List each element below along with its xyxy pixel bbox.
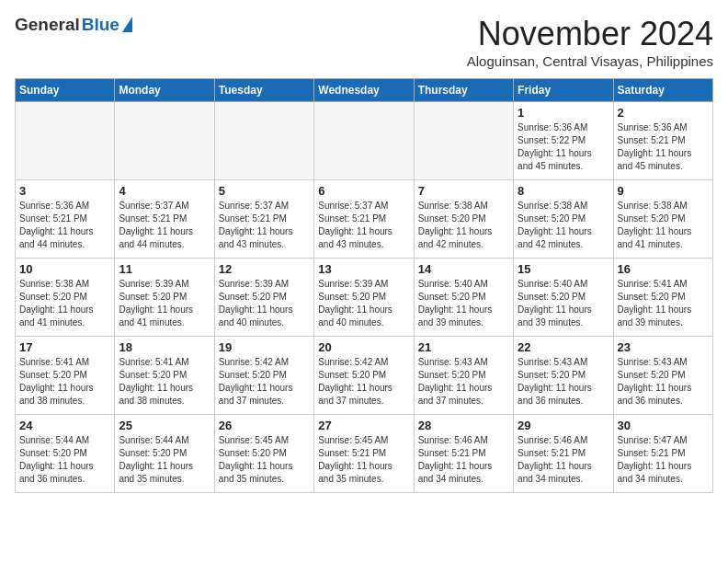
calendar-cell: [414, 102, 513, 180]
weekday-header: Monday: [115, 79, 214, 102]
day-info: Sunrise: 5:42 AM Sunset: 5:20 PM Dayligh…: [318, 356, 409, 408]
calendar-cell: 27Sunrise: 5:45 AM Sunset: 5:21 PM Dayli…: [314, 415, 414, 493]
day-number: 23: [618, 340, 709, 354]
day-number: 29: [518, 419, 609, 432]
calendar-cell: 3Sunrise: 5:36 AM Sunset: 5:21 PM Daylig…: [16, 180, 115, 259]
calendar-cell: 18Sunrise: 5:41 AM Sunset: 5:20 PM Dayli…: [115, 337, 214, 415]
day-info: Sunrise: 5:41 AM Sunset: 5:20 PM Dayligh…: [19, 356, 110, 408]
day-number: 13: [318, 262, 409, 276]
weekday-header: Wednesday: [314, 79, 414, 102]
day-number: 20: [318, 340, 409, 354]
calendar-cell: 14Sunrise: 5:40 AM Sunset: 5:20 PM Dayli…: [414, 259, 513, 337]
calendar-cell: 7Sunrise: 5:38 AM Sunset: 5:20 PM Daylig…: [414, 180, 513, 259]
calendar-cell: 2Sunrise: 5:36 AM Sunset: 5:21 PM Daylig…: [613, 102, 712, 180]
day-info: Sunrise: 5:45 AM Sunset: 5:20 PM Dayligh…: [219, 434, 310, 486]
day-info: Sunrise: 5:43 AM Sunset: 5:20 PM Dayligh…: [518, 356, 609, 408]
day-info: Sunrise: 5:47 AM Sunset: 5:21 PM Dayligh…: [618, 434, 709, 486]
day-info: Sunrise: 5:37 AM Sunset: 5:21 PM Dayligh…: [219, 200, 310, 251]
day-info: Sunrise: 5:42 AM Sunset: 5:20 PM Dayligh…: [219, 356, 310, 408]
calendar-cell: 24Sunrise: 5:44 AM Sunset: 5:20 PM Dayli…: [16, 415, 115, 493]
day-info: Sunrise: 5:39 AM Sunset: 5:20 PM Dayligh…: [219, 278, 310, 329]
month-title: November 2024: [467, 15, 713, 53]
calendar-cell: [314, 102, 414, 180]
calendar-cell: 8Sunrise: 5:38 AM Sunset: 5:20 PM Daylig…: [514, 180, 613, 259]
day-number: 11: [119, 262, 210, 276]
calendar-cell: 29Sunrise: 5:46 AM Sunset: 5:21 PM Dayli…: [514, 415, 613, 493]
day-number: 21: [418, 340, 509, 354]
day-info: Sunrise: 5:43 AM Sunset: 5:20 PM Dayligh…: [418, 356, 509, 408]
calendar-week-row: 10Sunrise: 5:38 AM Sunset: 5:20 PM Dayli…: [16, 259, 713, 337]
day-number: 3: [19, 184, 110, 198]
calendar-cell: 4Sunrise: 5:37 AM Sunset: 5:21 PM Daylig…: [115, 180, 214, 259]
day-number: 26: [219, 419, 310, 432]
calendar-week-row: 1Sunrise: 5:36 AM Sunset: 5:22 PM Daylig…: [16, 102, 713, 180]
day-info: Sunrise: 5:46 AM Sunset: 5:21 PM Dayligh…: [418, 434, 509, 486]
weekday-header: Sunday: [16, 79, 115, 102]
day-number: 28: [418, 419, 509, 432]
calendar-cell: 10Sunrise: 5:38 AM Sunset: 5:20 PM Dayli…: [16, 259, 115, 337]
calendar-cell: 16Sunrise: 5:41 AM Sunset: 5:20 PM Dayli…: [613, 259, 712, 337]
day-info: Sunrise: 5:36 AM Sunset: 5:21 PM Dayligh…: [618, 121, 709, 173]
day-number: 27: [318, 419, 409, 432]
day-info: Sunrise: 5:38 AM Sunset: 5:20 PM Dayligh…: [418, 200, 509, 251]
day-number: 24: [19, 419, 110, 432]
calendar-cell: 22Sunrise: 5:43 AM Sunset: 5:20 PM Dayli…: [514, 337, 613, 415]
day-number: 5: [219, 184, 310, 198]
calendar-table: SundayMondayTuesdayWednesdayThursdayFrid…: [15, 78, 713, 493]
calendar-cell: [16, 102, 115, 180]
calendar-header-row: SundayMondayTuesdayWednesdayThursdayFrid…: [16, 79, 713, 102]
weekday-header: Thursday: [414, 79, 513, 102]
weekday-header: Saturday: [613, 79, 712, 102]
day-info: Sunrise: 5:36 AM Sunset: 5:21 PM Dayligh…: [19, 200, 110, 251]
day-info: Sunrise: 5:41 AM Sunset: 5:20 PM Dayligh…: [119, 356, 210, 408]
day-info: Sunrise: 5:37 AM Sunset: 5:21 PM Dayligh…: [318, 200, 409, 251]
day-number: 8: [518, 184, 609, 198]
calendar-cell: 21Sunrise: 5:43 AM Sunset: 5:20 PM Dayli…: [414, 337, 513, 415]
day-number: 12: [219, 262, 310, 276]
calendar-cell: 30Sunrise: 5:47 AM Sunset: 5:21 PM Dayli…: [613, 415, 712, 493]
calendar-cell: 6Sunrise: 5:37 AM Sunset: 5:21 PM Daylig…: [314, 180, 414, 259]
logo-blue: Blue: [82, 15, 119, 35]
calendar-cell: 17Sunrise: 5:41 AM Sunset: 5:20 PM Dayli…: [16, 337, 115, 415]
location-title: Aloguinsan, Central Visayas, Philippines: [467, 53, 713, 69]
calendar-cell: [115, 102, 214, 180]
day-number: 30: [618, 419, 709, 432]
day-info: Sunrise: 5:39 AM Sunset: 5:20 PM Dayligh…: [119, 278, 210, 329]
calendar-cell: 26Sunrise: 5:45 AM Sunset: 5:20 PM Dayli…: [214, 415, 313, 493]
logo: General Blue: [15, 15, 132, 35]
day-number: 2: [618, 106, 709, 120]
calendar-cell: 20Sunrise: 5:42 AM Sunset: 5:20 PM Dayli…: [314, 337, 414, 415]
day-number: 6: [318, 184, 409, 198]
day-number: 1: [518, 106, 609, 120]
calendar-week-row: 17Sunrise: 5:41 AM Sunset: 5:20 PM Dayli…: [16, 337, 713, 415]
day-info: Sunrise: 5:36 AM Sunset: 5:22 PM Dayligh…: [518, 121, 609, 173]
day-info: Sunrise: 5:43 AM Sunset: 5:20 PM Dayligh…: [618, 356, 709, 408]
calendar-cell: 13Sunrise: 5:39 AM Sunset: 5:20 PM Dayli…: [314, 259, 414, 337]
day-info: Sunrise: 5:38 AM Sunset: 5:20 PM Dayligh…: [19, 278, 110, 329]
calendar-week-row: 3Sunrise: 5:36 AM Sunset: 5:21 PM Daylig…: [16, 180, 713, 259]
day-info: Sunrise: 5:41 AM Sunset: 5:20 PM Dayligh…: [618, 278, 709, 329]
day-info: Sunrise: 5:44 AM Sunset: 5:20 PM Dayligh…: [119, 434, 210, 486]
day-info: Sunrise: 5:40 AM Sunset: 5:20 PM Dayligh…: [518, 278, 609, 329]
calendar-cell: 12Sunrise: 5:39 AM Sunset: 5:20 PM Dayli…: [214, 259, 313, 337]
calendar-cell: 1Sunrise: 5:36 AM Sunset: 5:22 PM Daylig…: [514, 102, 613, 180]
calendar-cell: 5Sunrise: 5:37 AM Sunset: 5:21 PM Daylig…: [214, 180, 313, 259]
calendar-cell: 28Sunrise: 5:46 AM Sunset: 5:21 PM Dayli…: [414, 415, 513, 493]
day-number: 22: [518, 340, 609, 354]
day-number: 9: [618, 184, 709, 198]
logo-triangle-icon: [122, 17, 132, 32]
day-info: Sunrise: 5:40 AM Sunset: 5:20 PM Dayligh…: [418, 278, 509, 329]
day-number: 17: [19, 340, 110, 354]
calendar-week-row: 24Sunrise: 5:44 AM Sunset: 5:20 PM Dayli…: [16, 415, 713, 493]
day-info: Sunrise: 5:45 AM Sunset: 5:21 PM Dayligh…: [318, 434, 409, 486]
weekday-header: Tuesday: [214, 79, 313, 102]
day-number: 19: [219, 340, 310, 354]
calendar-cell: 11Sunrise: 5:39 AM Sunset: 5:20 PM Dayli…: [115, 259, 214, 337]
day-number: 18: [119, 340, 210, 354]
calendar-cell: [214, 102, 313, 180]
day-number: 16: [618, 262, 709, 276]
logo-general: General: [15, 15, 80, 35]
day-number: 14: [418, 262, 509, 276]
title-section: November 2024 Aloguinsan, Central Visaya…: [467, 15, 713, 69]
calendar-cell: 19Sunrise: 5:42 AM Sunset: 5:20 PM Dayli…: [214, 337, 313, 415]
